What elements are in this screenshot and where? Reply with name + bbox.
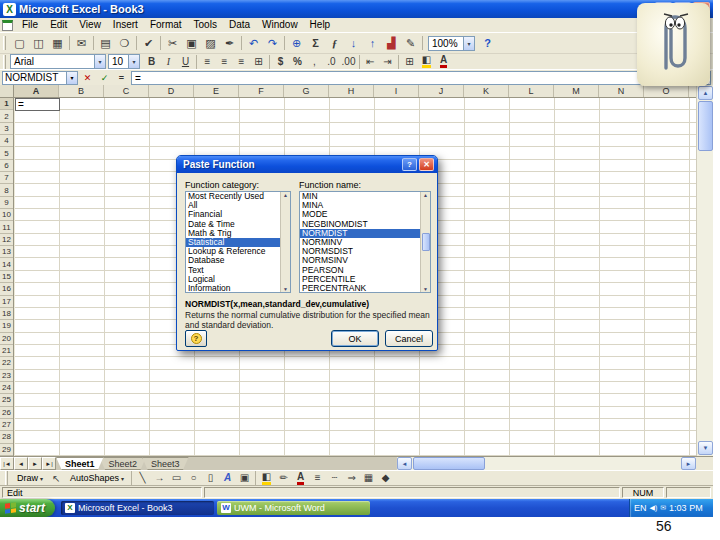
menu-insert[interactable]: Insert bbox=[107, 18, 144, 32]
column-header-h[interactable]: H bbox=[329, 85, 374, 97]
function-normdist[interactable]: NORMDIST bbox=[300, 229, 420, 238]
rectangle-button[interactable]: ▭ bbox=[168, 471, 185, 485]
category-list-scrollbar[interactable]: ▲ ▼ bbox=[280, 192, 290, 292]
menu-data[interactable]: Data bbox=[223, 18, 256, 32]
category-text[interactable]: Text bbox=[186, 266, 280, 275]
sheet-tab-sheet2[interactable]: Sheet2 bbox=[100, 457, 147, 470]
decrease-decimal-button[interactable]: .00 bbox=[340, 55, 357, 69]
function-list-scrollbar[interactable]: ▲ ▼ bbox=[420, 192, 430, 292]
save-button[interactable]: ▦ bbox=[48, 35, 67, 52]
row-header-17[interactable]: 17 bbox=[0, 296, 13, 308]
arrow-style-button[interactable]: ⇒ bbox=[343, 471, 360, 485]
row-header-22[interactable]: 22 bbox=[0, 357, 13, 369]
3d-button[interactable]: ◆ bbox=[377, 471, 394, 485]
increase-indent-button[interactable]: ⇥ bbox=[379, 55, 396, 69]
show-assistant-button[interactable]: ? bbox=[185, 330, 207, 347]
select-objects-button[interactable]: ↖ bbox=[48, 471, 65, 485]
percent-button[interactable]: % bbox=[289, 55, 306, 69]
column-header-m[interactable]: M bbox=[554, 85, 599, 97]
clock[interactable]: 1:03 PM bbox=[669, 503, 703, 513]
column-header-d[interactable]: D bbox=[149, 85, 194, 97]
align-right-button[interactable]: ≡ bbox=[233, 55, 250, 69]
category-financial[interactable]: Financial bbox=[186, 210, 280, 219]
row-header-8[interactable]: 8 bbox=[0, 184, 13, 196]
increase-decimal-button[interactable]: .0 bbox=[323, 55, 340, 69]
menu-help[interactable]: Help bbox=[304, 18, 337, 32]
sort-descending-button[interactable]: ↑ bbox=[363, 35, 382, 52]
row-header-1[interactable]: 1 bbox=[0, 98, 13, 110]
workbook-icon[interactable] bbox=[2, 20, 13, 31]
cut-button[interactable]: ✂ bbox=[163, 35, 182, 52]
function-name-list[interactable]: MINMINAMODENEGBINOMDISTNORMDISTNORMINVNO… bbox=[299, 191, 431, 293]
last-sheet-button[interactable]: ►| bbox=[42, 457, 56, 470]
autoshapes-menu-button[interactable]: AutoShapes ▾ bbox=[65, 472, 129, 485]
dialog-close-button[interactable]: ✕ bbox=[419, 158, 434, 171]
category-all[interactable]: All bbox=[186, 201, 280, 210]
align-center-button[interactable]: ≡ bbox=[216, 55, 233, 69]
category-database[interactable]: Database bbox=[186, 256, 280, 265]
column-header-f[interactable]: F bbox=[239, 85, 284, 97]
row-header-20[interactable]: 20 bbox=[0, 333, 13, 345]
fill-color-button[interactable]: ◧ bbox=[418, 55, 435, 69]
column-header-a[interactable]: A bbox=[14, 85, 59, 97]
line-button[interactable]: ╲ bbox=[134, 471, 151, 485]
row-header-25[interactable]: 25 bbox=[0, 394, 13, 406]
scroll-right-icon[interactable]: ► bbox=[681, 457, 696, 470]
row-header-13[interactable]: 13 bbox=[0, 246, 13, 258]
taskbar-task-uwm-microsoft-word[interactable]: WUWM - Microsoft Word bbox=[217, 501, 370, 515]
function-negbinomdist[interactable]: NEGBINOMDIST bbox=[300, 220, 420, 229]
scroll-left-icon[interactable]: ◄ bbox=[397, 457, 412, 470]
row-header-16[interactable]: 16 bbox=[0, 283, 13, 295]
language-indicator[interactable]: EN bbox=[634, 503, 647, 513]
currency-button[interactable]: $ bbox=[272, 55, 289, 69]
row-header-6[interactable]: 6 bbox=[0, 160, 13, 172]
copy-button[interactable]: ▣ bbox=[182, 35, 201, 52]
function-mode[interactable]: MODE bbox=[300, 210, 420, 219]
menu-window[interactable]: Window bbox=[256, 18, 304, 32]
line-color-button[interactable]: ✏ bbox=[275, 471, 292, 485]
clip-art-button[interactable]: ▣ bbox=[236, 471, 253, 485]
category-information[interactable]: Information bbox=[186, 284, 280, 292]
function-pearson[interactable]: PEARSON bbox=[300, 266, 420, 275]
autosum-button[interactable]: Σ bbox=[306, 35, 325, 52]
category-logical[interactable]: Logical bbox=[186, 275, 280, 284]
horizontal-scrollbar[interactable]: ◄ ► bbox=[396, 457, 696, 470]
drawing-button[interactable]: ✎ bbox=[401, 35, 420, 52]
chevron-down-icon[interactable]: ▾ bbox=[128, 55, 139, 68]
shadow-button[interactable]: ▦ bbox=[360, 471, 377, 485]
menu-view[interactable]: View bbox=[73, 18, 107, 32]
arrow-button[interactable]: → bbox=[151, 471, 168, 485]
office-assistant[interactable] bbox=[637, 3, 710, 86]
function-normsinv[interactable]: NORMSINV bbox=[300, 256, 420, 265]
column-header-o[interactable]: O bbox=[644, 85, 689, 97]
function-norminv[interactable]: NORMINV bbox=[300, 238, 420, 247]
scroll-up-icon[interactable]: ▲ bbox=[698, 86, 713, 100]
function-mina[interactable]: MINA bbox=[300, 201, 420, 210]
sheet-tab-sheet1[interactable]: Sheet1 bbox=[56, 457, 104, 470]
taskbar-task-microsoft-excel-book3[interactable]: XMicrosoft Excel - Book3 bbox=[61, 501, 214, 515]
sort-ascending-button[interactable]: ↓ bbox=[344, 35, 363, 52]
paste-function-button[interactable]: ƒ bbox=[325, 35, 344, 52]
row-header-4[interactable]: 4 bbox=[0, 135, 13, 147]
line-style-button[interactable]: ≡ bbox=[309, 471, 326, 485]
redo-button[interactable]: ↷ bbox=[263, 35, 282, 52]
paste-button[interactable]: ▨ bbox=[201, 35, 220, 52]
zoom-combo[interactable]: 100% ▾ bbox=[428, 36, 475, 51]
first-sheet-button[interactable]: |◄ bbox=[0, 457, 14, 470]
toolbar-grip[interactable] bbox=[3, 36, 6, 50]
row-header-24[interactable]: 24 bbox=[0, 382, 13, 394]
print-button[interactable]: ▤ bbox=[96, 35, 115, 52]
toolbar-grip[interactable] bbox=[3, 55, 6, 69]
column-header-e[interactable]: E bbox=[194, 85, 239, 97]
next-sheet-button[interactable]: ► bbox=[28, 457, 42, 470]
function-list-scroll-thumb[interactable] bbox=[422, 233, 430, 251]
column-header-c[interactable]: C bbox=[104, 85, 149, 97]
row-header-11[interactable]: 11 bbox=[0, 221, 13, 233]
borders-button[interactable]: ⊞ bbox=[401, 55, 418, 69]
row-header-3[interactable]: 3 bbox=[0, 123, 13, 135]
new-button[interactable]: ▢ bbox=[10, 35, 29, 52]
column-header-k[interactable]: K bbox=[464, 85, 509, 97]
merge-and-center-button[interactable]: ⊞ bbox=[250, 55, 267, 69]
category-lookup-reference[interactable]: Lookup & Reference bbox=[186, 247, 280, 256]
cancel-button[interactable]: Cancel bbox=[385, 330, 433, 347]
